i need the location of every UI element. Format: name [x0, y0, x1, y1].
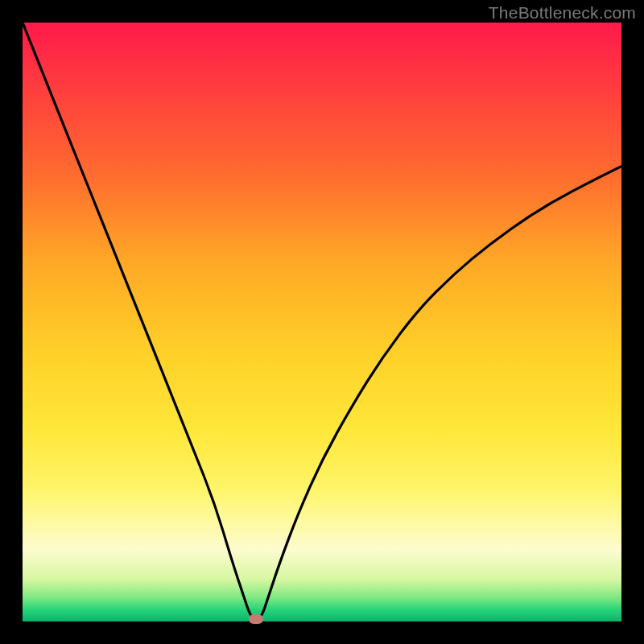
watermark-text: TheBottleneck.com	[489, 3, 636, 23]
optimum-marker	[249, 614, 263, 624]
chart-stage: TheBottleneck.com	[0, 0, 644, 644]
bottleneck-curve	[23, 23, 621, 621]
plot-area	[23, 23, 621, 621]
